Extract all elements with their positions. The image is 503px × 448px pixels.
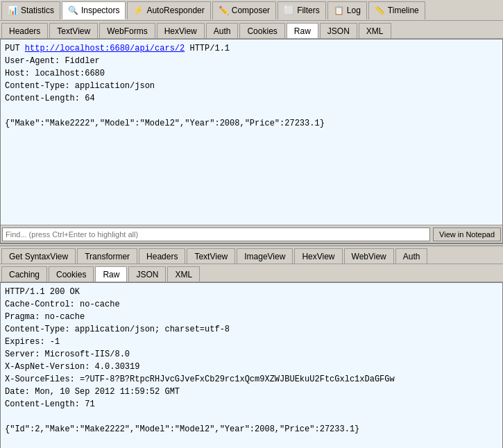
statistics-icon: 📊: [8, 6, 18, 15]
request-tab-headers[interactable]: Headers: [1, 23, 48, 38]
response-content: HTTP/1.1 200 OK Cache-Control: no-cache …: [1, 283, 502, 448]
request-content: PUT http://localhost:6680/api/cars/2 HTT…: [1, 40, 502, 225]
tab-statistics[interactable]: 📊 Statistics: [1, 1, 60, 19]
tab-log[interactable]: 📋 Log: [327, 1, 367, 19]
response-tab-textview[interactable]: TextView: [187, 248, 235, 264]
request-tab-xml[interactable]: XML: [359, 23, 391, 38]
request-tab-raw[interactable]: Raw: [287, 23, 318, 38]
request-tab-hexview[interactable]: HexView: [157, 23, 205, 38]
filters-icon: ⬜: [284, 6, 294, 15]
response-tab-webview[interactable]: WebView: [344, 248, 394, 264]
response-tab-imageview[interactable]: ImageView: [237, 248, 293, 264]
request-subtabs: Headers TextView WebForms HexView Auth C…: [0, 21, 503, 39]
tab-timeline[interactable]: 📏 Timeline: [368, 1, 425, 19]
request-url-link[interactable]: http://localhost:6680/api/cars/2: [25, 44, 185, 53]
response-tab-getsyntaxview[interactable]: Get SyntaxView: [1, 248, 76, 264]
response-tab-raw[interactable]: Raw: [95, 266, 127, 282]
tab-inspectors[interactable]: 🔍 Inspectors: [62, 1, 126, 19]
tab-autoresponder[interactable]: ⚡ AutoResponder: [127, 1, 210, 19]
response-subtabs-row2: Caching Cookies Raw JSON XML: [0, 264, 503, 282]
tab-composer[interactable]: ✏️ Composer: [212, 1, 276, 19]
timeline-icon: 📏: [375, 6, 385, 15]
request-tab-textview[interactable]: TextView: [49, 23, 98, 38]
request-tab-cookies[interactable]: Cookies: [239, 23, 284, 38]
response-tab-headers[interactable]: Headers: [139, 248, 185, 264]
main-toolbar: 📊 Statistics 🔍 Inspectors ⚡ AutoResponde…: [0, 0, 503, 21]
response-subtabs-row1: Get SyntaxView Transformer Headers TextV…: [0, 246, 503, 264]
response-panel: HTTP/1.1 200 OK Cache-Control: no-cache …: [0, 282, 503, 448]
response-tab-caching[interactable]: Caching: [1, 266, 47, 282]
response-tab-transformer[interactable]: Transformer: [77, 248, 137, 264]
composer-icon: ✏️: [219, 6, 229, 15]
request-find-bar: View in Notepad: [1, 225, 502, 243]
request-panel: PUT http://localhost:6680/api/cars/2 HTT…: [0, 39, 503, 243]
request-tab-auth[interactable]: Auth: [206, 23, 239, 38]
request-tab-json[interactable]: JSON: [320, 23, 357, 38]
response-tab-cookies[interactable]: Cookies: [49, 266, 94, 282]
response-tab-json[interactable]: JSON: [128, 266, 166, 282]
log-icon: 📋: [334, 6, 344, 15]
inspectors-icon: 🔍: [68, 6, 78, 15]
response-tab-hexview[interactable]: HexView: [294, 248, 342, 264]
autoresponder-icon: ⚡: [133, 6, 144, 15]
response-tab-auth[interactable]: Auth: [395, 248, 428, 264]
response-tab-xml[interactable]: XML: [167, 266, 200, 282]
request-find-input[interactable]: [2, 227, 430, 241]
request-view-notepad-button[interactable]: View in Notepad: [433, 227, 501, 241]
tab-filters[interactable]: ⬜ Filters: [278, 1, 326, 19]
request-tab-webforms[interactable]: WebForms: [99, 23, 155, 38]
